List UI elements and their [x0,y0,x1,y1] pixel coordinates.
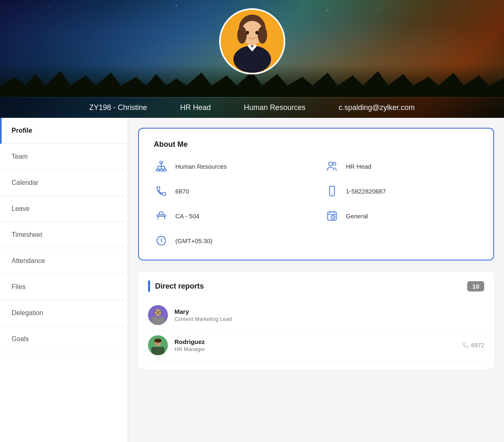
role-value: HR Head [346,163,372,170]
employee-email: c.spalding@zylker.com [339,103,415,112]
sidebar-item-delegation[interactable]: Delegation [0,300,128,326]
employee-role: HR Head [180,103,211,112]
about-me-mobile: 1-5822820687 [325,184,479,198]
content-area: About Me [128,118,504,442]
phone-icon [154,184,169,198]
direct-reports-header: Direct reports 10 [148,280,484,292]
svg-rect-31 [151,317,165,325]
direct-reports-accent [148,280,150,292]
svg-point-7 [246,31,249,35]
rodriguez-avatar [148,335,168,355]
svg-rect-22 [157,215,166,217]
sidebar-item-files[interactable]: Files [0,274,128,300]
sidebar: Profile Team Calendar Leave Timesheet At… [0,118,128,442]
svg-rect-10 [156,169,159,171]
profile-avatar [219,8,285,74]
calendar-clock-icon [325,208,339,223]
about-me-timezone: (GMT+05:30) [154,233,478,248]
about-me-card: About Me [138,128,494,260]
svg-point-8 [255,31,258,35]
report-item-rodriguez[interactable]: Rodriguez HR Manager 6972 [148,330,484,361]
sidebar-item-profile[interactable]: Profile [0,118,128,144]
sidebar-item-attendance[interactable]: Attendance [0,248,128,274]
timezone-value: (GMT+05:30) [175,237,213,244]
sidebar-item-calendar[interactable]: Calendar [0,170,128,196]
direct-reports-section: Direct reports 10 [138,272,494,369]
org-chart-icon [154,159,169,174]
svg-rect-37 [151,347,165,355]
svg-point-18 [328,162,332,166]
about-me-grid: Human Resources HR Head [154,159,478,248]
sidebar-item-leave[interactable]: Leave [0,196,128,222]
svg-point-3 [237,26,246,44]
about-me-shift: General [325,208,479,223]
header-banner: ZY198 - Christine HR Head Human Resource… [0,0,504,118]
avatar-image [221,10,284,73]
about-me-location: CA - 504 [154,208,308,223]
clock-icon [154,233,169,248]
rodriguez-role: HR Manager [174,346,456,352]
direct-reports-count: 10 [467,281,484,291]
department-value: Human Resources [175,163,227,170]
header-info-bar: ZY198 - Christine HR Head Human Resource… [0,98,504,118]
svg-rect-9 [160,161,163,163]
main-layout: Profile Team Calendar Leave Timesheet At… [0,118,504,442]
mary-name: Mary [174,308,484,315]
phone-small-icon [462,342,469,349]
svg-point-19 [333,162,336,165]
mary-info: Mary Content Marketing Lead [174,308,484,322]
svg-point-38 [154,339,162,343]
mobile-icon [325,184,339,198]
report-item-mary[interactable]: Mary Content Marketing Lead [148,300,484,330]
mary-role: Content Marketing Lead [174,316,484,322]
users-icon [325,159,339,174]
employee-department: Human Resources [244,103,306,112]
direct-reports-title: Direct reports [155,282,462,291]
shift-value: General [346,213,368,220]
about-me-role: HR Head [325,159,479,174]
location-value: CA - 504 [175,213,199,220]
about-me-department: Human Resources [154,159,308,174]
employee-id: ZY198 - Christine [89,103,147,112]
about-me-extension: 6870 [154,184,308,198]
about-me-title: About Me [154,140,478,149]
svg-rect-12 [163,169,166,171]
sidebar-item-team[interactable]: Team [0,144,128,170]
rodriguez-info: Rodriguez HR Manager [174,338,456,352]
rodriguez-name: Rodriguez [174,338,456,345]
rodriguez-phone-number: 6972 [471,342,484,349]
mobile-value: 1-5822820687 [346,188,386,195]
svg-rect-11 [160,169,163,171]
svg-point-4 [258,26,267,44]
sidebar-item-timesheet[interactable]: Timesheet [0,222,128,248]
desk-icon [154,208,169,223]
extension-value: 6870 [175,188,189,195]
rodriguez-phone: 6972 [462,342,484,349]
mary-avatar [148,305,168,325]
sidebar-item-goals[interactable]: Goals [0,326,128,352]
